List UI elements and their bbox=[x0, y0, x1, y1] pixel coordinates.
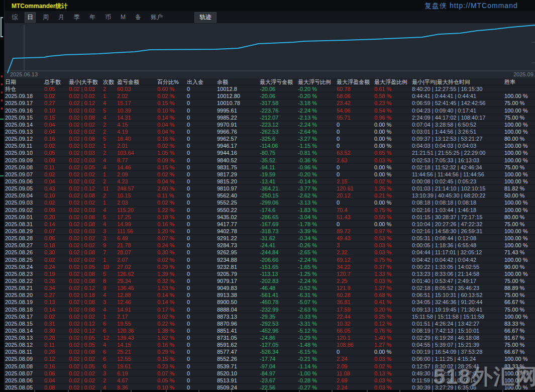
table-row[interactable]: 2025.09.080.110.02 | 0.05414.460.15 %098… bbox=[0, 164, 535, 171]
tab-8[interactable]: M bbox=[118, 13, 128, 22]
cell-pct: 1.05 % bbox=[157, 149, 174, 156]
table-row[interactable]: 2025.09.120.160.02 | 0.08516.400.16 %099… bbox=[0, 135, 535, 142]
table-row[interactable]: 2025.09.180.020.02 | 0.0212.020.02 %0100… bbox=[0, 92, 535, 100]
table-row[interactable]: 2025.08.190.130.02 | 0.08312.460.14 %089… bbox=[0, 299, 535, 306]
table-row[interactable]: 2025.08.310.140.02 | 0.08414.990.16 %094… bbox=[0, 221, 535, 228]
column-header-inout[interactable]: 出入金 bbox=[187, 78, 203, 85]
column-header-pct[interactable]: 百分比% bbox=[157, 78, 179, 85]
table-row[interactable]: 2025.08.130.280.02 | 0.0512139.431.62 %0… bbox=[0, 334, 535, 341]
table-row[interactable]: 2025.08.200.270.02 | 0.18412.880.14 %089… bbox=[0, 291, 535, 299]
tab-3[interactable]: 周 bbox=[40, 12, 51, 23]
cell-time: 0:10:04 | 20:27:26 | 47:22:32 bbox=[412, 221, 482, 228]
table-row[interactable]: 2025.09.010.200.02 | 0.08517.250.18 %094… bbox=[0, 214, 535, 221]
table-row[interactable]: 2025.08.150.310.02 | 0.12619.550.22 %088… bbox=[0, 320, 535, 327]
cell-date: 2025.08.07 bbox=[5, 370, 33, 377]
column-header-mfp[interactable]: 最大浮盈金额 bbox=[337, 78, 370, 85]
cell-pnl: 4.15 bbox=[117, 121, 128, 128]
trace-button[interactable]: 轨迹 bbox=[194, 12, 217, 23]
table-row[interactable]: 2025.09.170.270.02 | 0.12415.170.15 %010… bbox=[0, 100, 535, 107]
table-row[interactable]: 2025.09.030.020.02 | 0.0212.030.02 %0955… bbox=[0, 199, 535, 206]
table-row[interactable]: 2025.09.070.020.02 | 0.0212.090.02 %0981… bbox=[0, 171, 535, 178]
cell-mfp: 2.32 bbox=[337, 249, 347, 256]
tab-7[interactable]: 币 bbox=[102, 12, 114, 23]
cell-date: 2025.08.14 bbox=[5, 327, 33, 334]
table-row[interactable]: 2025.09.150.150.02 | 0.08414.310.14 %099… bbox=[0, 114, 535, 121]
cell-win: 83.33 % bbox=[504, 363, 524, 370]
table-row[interactable]: 2025.08.180.140.02 | 0.08414.910.17 %088… bbox=[0, 306, 535, 313]
cell-inout: 0 bbox=[187, 121, 190, 128]
table-row[interactable]: 2025.08.070.060.02 | 0.0236.190.07 %0852… bbox=[0, 370, 535, 377]
tab-4[interactable]: 月 bbox=[56, 12, 67, 23]
table-row[interactable]: 2025.09.060.040.02 | 0.0224.230.04 %0981… bbox=[0, 178, 535, 185]
table-row[interactable]: 2025.09.100.050.02 | 0.032103.641.05 %09… bbox=[0, 149, 535, 156]
cell-balance: 9205.79 bbox=[217, 270, 237, 277]
tab-1[interactable]: 综 bbox=[9, 12, 20, 23]
column-header-minmax[interactable]: 最小|大手数 bbox=[69, 78, 98, 85]
cell-time: 0:02:18 | 8:05:52 | 35:46:23 bbox=[412, 284, 479, 291]
cell-minmax: 0.02 | 0.05 bbox=[69, 164, 95, 171]
table-row[interactable]: 2025.09.110.020.02 | 0.0212.010.02 %0994… bbox=[0, 142, 535, 149]
table-row[interactable]: 2025.08.080.160.02 | 0.05619.610.23 %085… bbox=[0, 363, 535, 370]
table-row[interactable]: 2025.09.040.100.02 | 0.08210.150.11 %095… bbox=[0, 192, 535, 199]
cell-mfl: -97.04 bbox=[260, 363, 275, 370]
table-row[interactable]: 2025.08.230.190.02 | 0.085126.621.39 %09… bbox=[0, 270, 535, 277]
table-row[interactable]: 2025.08.260.300.02 | 0.08728.070.30 %092… bbox=[0, 249, 535, 256]
cell-balance: 8731.05 bbox=[217, 334, 237, 341]
table-row[interactable]: 2025.08.110.280.02 | 0.08625.210.29 %085… bbox=[0, 348, 535, 355]
table-row[interactable]: 2025.08.140.300.02 | 0.126120.361.38 %08… bbox=[0, 327, 535, 334]
column-header-win[interactable]: 胜率 bbox=[504, 78, 515, 85]
cell-time: 0:04:55 | 5:39:07 | 15:21:39 bbox=[412, 341, 479, 348]
table-row[interactable]: 2025.08.220.260.02 | 0.08829.340.32 %090… bbox=[0, 277, 535, 284]
cell-time: 0:04:42 | 0:04:42 | 0:04:42 bbox=[412, 256, 476, 263]
table-row[interactable]: 2025.09.090.090.02 | 0.0348.770.09 %0984… bbox=[0, 157, 535, 164]
cell-mfp: 23.42 bbox=[337, 100, 351, 107]
table-row[interactable]: 持仓0.050.02 | 0.03260.030.60 %010012.8-20… bbox=[0, 85, 535, 92]
cell-minmax: 0.02 | 0.02 bbox=[69, 355, 95, 362]
cell-mfpp: 0.23 % bbox=[374, 100, 391, 107]
column-header-mflp[interactable]: 最大浮亏比例 bbox=[298, 78, 331, 85]
cell-time: 0:02:16 | 14:58:30 | 26:59:31 bbox=[412, 228, 482, 235]
cell-minmax: 0.02 | 0.12 bbox=[69, 320, 95, 327]
tab-5[interactable]: 季 bbox=[71, 12, 82, 23]
tab-9[interactable]: 备 bbox=[133, 12, 144, 23]
table-row[interactable]: 2025.08.210.340.02 | 0.129136.451.53 %09… bbox=[0, 284, 535, 291]
column-header-mfpp[interactable]: 最大浮盈比例 bbox=[374, 78, 407, 85]
column-header-date[interactable]: 日期 bbox=[5, 78, 16, 85]
table-row[interactable]: 2025.09.050.430.02 | 0.1211248.572.60 %0… bbox=[0, 185, 535, 192]
table-row[interactable]: 2025.08.240.240.02 | 0.051027.020.29 %09… bbox=[0, 263, 535, 270]
cell-minmax: 0.02 | 0.05 bbox=[69, 263, 95, 270]
table-row[interactable]: 2025.08.060.040.02 | 0.0224.670.05 %0851… bbox=[0, 377, 535, 384]
cell-mfpp: 0.76 % bbox=[374, 327, 391, 334]
cell-mfpp: 0.00 % bbox=[374, 171, 391, 178]
cell-pct: 0.29 % bbox=[157, 348, 174, 355]
table-row[interactable]: 2025.08.120.110.02 | 0.05414.150.16 %085… bbox=[0, 341, 535, 348]
tab-2[interactable]: 日 bbox=[25, 12, 36, 23]
column-header-count[interactable]: 次数 bbox=[103, 78, 114, 85]
table-row[interactable]: 2025.08.280.060.02 | 0.0236.490.07 %0929… bbox=[0, 235, 535, 242]
cell-minmax: 0.02 | 0.02 bbox=[69, 370, 95, 377]
cell-balance: 9840.52 bbox=[217, 157, 237, 164]
table-row[interactable]: 2025.09.140.040.02 | 0.0224.150.04 %0997… bbox=[0, 121, 535, 128]
column-header-lots[interactable]: 总手数 bbox=[44, 78, 61, 85]
table-row[interactable]: 2025.08.090.120.02 | 0.02612.550.15 %085… bbox=[0, 355, 535, 362]
column-header-pnl[interactable]: 盈亏金额 bbox=[117, 78, 139, 85]
table-row[interactable]: 2025.09.020.090.02 | 0.034115.201.22 %09… bbox=[0, 207, 535, 214]
cell-win: 100.00 % bbox=[504, 199, 527, 206]
cell-minmax: 0.02 | 0.02 bbox=[69, 121, 95, 128]
tab-10[interactable]: 账户 bbox=[148, 12, 165, 23]
cell-mfp: 60.28 bbox=[337, 291, 351, 299]
promo-link[interactable]: 复盘侠 http://MTCommand bbox=[424, 2, 518, 11]
cell-mfl: -167.69 bbox=[260, 221, 278, 228]
table-row[interactable]: 2025.09.130.040.02 | 0.0224.190.04 %0996… bbox=[0, 128, 535, 135]
table-row[interactable]: 2025.08.250.020.02 | 0.0212.070.02 %0923… bbox=[0, 256, 535, 263]
table-row[interactable]: 2025.08.270.180.02 | 0.02921.780.24 %092… bbox=[0, 242, 535, 249]
table-row[interactable]: 2025.08.290.070.02 | 0.033111.561.20 %09… bbox=[0, 228, 535, 235]
table-row[interactable]: 2025.09.160.100.02 | 0.02510.390.10 %099… bbox=[0, 107, 535, 114]
column-header-time[interactable]: 最小|平均|最大持仓时间 bbox=[412, 78, 470, 85]
cell-pct: 0.18 % bbox=[157, 214, 174, 221]
tab-6[interactable]: 年 bbox=[87, 12, 98, 23]
column-header-balance[interactable]: 余额 bbox=[217, 78, 228, 85]
column-header-mfl[interactable]: 最大浮亏金额 bbox=[260, 78, 293, 85]
cell-pct: 0.16 % bbox=[157, 341, 174, 348]
table-row[interactable]: 2025.08.170.020.02 | 0.0212.170.02 %0887… bbox=[0, 313, 535, 320]
